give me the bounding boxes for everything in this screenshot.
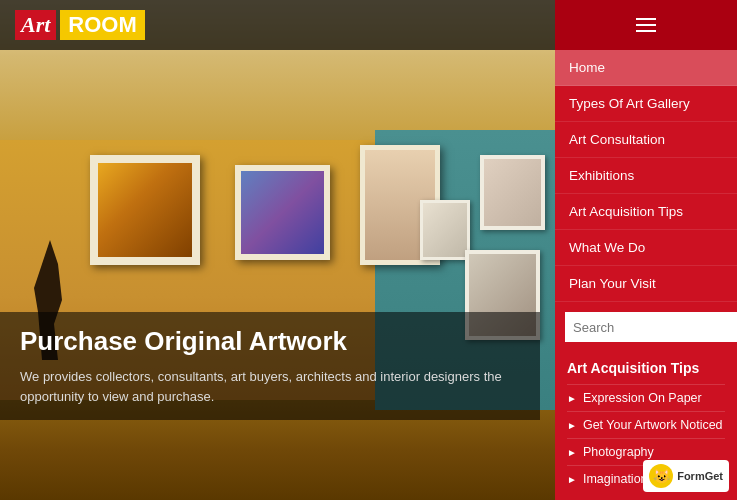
tip-arrow-3: ►: [567, 447, 577, 458]
hero-title: Purchase Original Artwork: [20, 326, 520, 357]
logo-art: Art: [15, 10, 56, 40]
nav-item-exhibitions[interactable]: Exhibitions: [555, 158, 737, 194]
hamburger-icon[interactable]: [636, 18, 656, 32]
sidebar: Home Types Of Art Gallery Art Consultati…: [555, 0, 737, 500]
hero-overlay: Purchase Original Artwork We provides co…: [0, 312, 540, 420]
tip-label-3: Photography: [583, 445, 654, 459]
painting-4: [480, 155, 545, 230]
formget-mascot-icon: 😺: [649, 464, 673, 488]
logo-room: ROOM: [60, 10, 144, 40]
nav-item-what-we-do[interactable]: What We Do: [555, 230, 737, 266]
nav-item-home[interactable]: Home: [555, 50, 737, 86]
search-input[interactable]: [565, 312, 737, 342]
nav-item-art-acquisition-tips[interactable]: Art Acquisition Tips: [555, 194, 737, 230]
hamburger-line-1: [636, 18, 656, 20]
sidebar-header[interactable]: [555, 0, 737, 50]
painting-2: [235, 165, 330, 260]
hamburger-line-2: [636, 24, 656, 26]
formget-badge[interactable]: 😺 FormGet: [643, 460, 729, 492]
painting-1: [90, 155, 200, 265]
painting-5: [420, 200, 470, 260]
nav-item-plan-your-visit[interactable]: Plan Your Visit: [555, 266, 737, 302]
hamburger-line-3: [636, 30, 656, 32]
tip-item-2[interactable]: ► Get Your Artwork Noticed: [567, 411, 725, 438]
search-box: 🔍: [565, 312, 727, 342]
tip-arrow-4: ►: [567, 474, 577, 485]
formget-label: FormGet: [677, 470, 723, 482]
nav-item-art-consultation[interactable]: Art Consultation: [555, 122, 737, 158]
header-bar: Art ROOM: [0, 0, 555, 50]
hero-image: [0, 0, 555, 500]
tip-arrow-1: ►: [567, 393, 577, 404]
nav-item-types-of-art-gallery[interactable]: Types Of Art Gallery: [555, 86, 737, 122]
tip-label-1: Expression On Paper: [583, 391, 702, 405]
tips-title: Art Acquisition Tips: [567, 360, 725, 376]
tip-arrow-2: ►: [567, 420, 577, 431]
tip-item-1[interactable]: ► Expression On Paper: [567, 384, 725, 411]
hero-description: We provides collectors, consultants, art…: [20, 367, 520, 406]
tip-label-2: Get Your Artwork Noticed: [583, 418, 723, 432]
